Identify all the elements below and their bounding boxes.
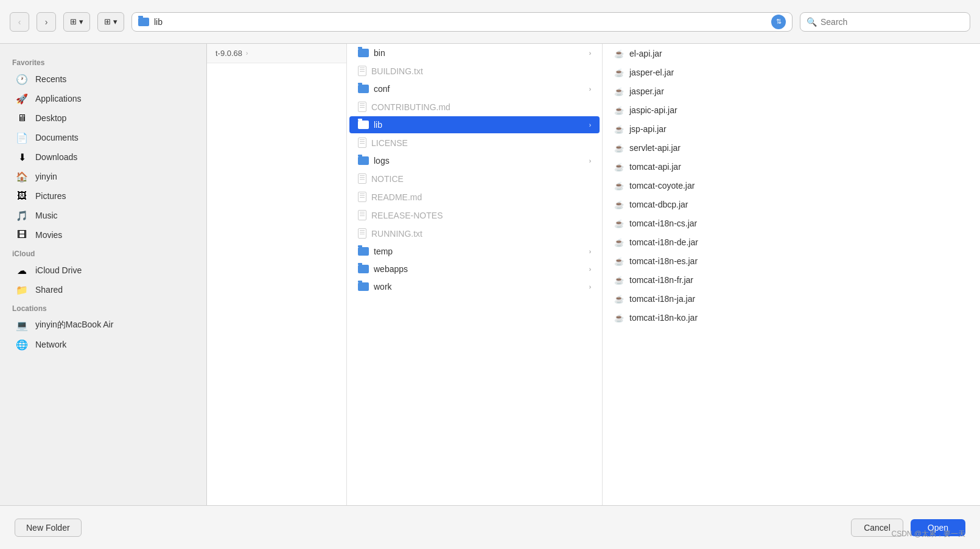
file-item-tomcat-i18n-cs[interactable]: ☕tomcat-i18n-cs.jar	[605, 214, 978, 233]
file-label-el-api: el-api.jar	[629, 49, 969, 58]
file-label-lib: lib	[374, 120, 584, 130]
sidebar-recents-label: Recents	[35, 74, 66, 84]
sidebar-item-shared[interactable]: 📁 Shared	[4, 280, 203, 299]
new-folder-button[interactable]: New Folder	[15, 519, 82, 537]
file-item-tomcat-api[interactable]: ☕tomcat-api.jar	[605, 158, 978, 176]
view-grid-button[interactable]: ⊞ ▾	[97, 12, 124, 32]
file-item-tomcat-i18n-de[interactable]: ☕tomcat-i18n-de.jar	[605, 233, 978, 251]
search-input[interactable]	[821, 17, 964, 27]
sidebar-item-network[interactable]: 🌐 Network	[4, 335, 203, 354]
file-item-conf[interactable]: conf ›	[349, 80, 600, 97]
sidebar-music-label: Music	[35, 211, 58, 220]
jar-icon-jasper: ☕	[614, 86, 625, 97]
location-arrows-button[interactable]: ⇅	[771, 15, 786, 29]
sidebar-item-pictures[interactable]: 🖼 Pictures	[4, 186, 203, 206]
file-item-tomcat-coyote[interactable]: ☕tomcat-coyote.jar	[605, 177, 978, 195]
sidebar-macbook-label: yinyin的MacBook Air	[35, 320, 113, 330]
chevron-logs: ›	[589, 158, 591, 164]
folder-icon-temp	[358, 247, 369, 256]
file-label-tomcat-i18n-es: tomcat-i18n-es.jar	[629, 256, 969, 266]
file-item-temp[interactable]: temp ›	[349, 243, 600, 260]
file-label-notice: NOTICE	[371, 174, 591, 184]
downloads-icon: ⬇	[16, 151, 28, 163]
file-item-tomcat-i18n-es[interactable]: ☕tomcat-i18n-es.jar	[605, 252, 978, 270]
file-item-jasper-el[interactable]: ☕jasper-el.jar	[605, 63, 978, 82]
sidebar-item-recents[interactable]: 🕐 Recents	[4, 69, 203, 89]
chevron-work: ›	[589, 284, 591, 290]
sidebar-item-icloud-drive[interactable]: ☁ iCloud Drive	[4, 261, 203, 280]
file-item-jsp-api[interactable]: ☕jsp-api.jar	[605, 120, 978, 138]
sidebar-yinyin-label: yinyin	[35, 172, 57, 181]
forward-button[interactable]: ›	[37, 12, 56, 32]
file-item-webapps[interactable]: webapps ›	[349, 261, 600, 278]
sidebar-item-documents[interactable]: 📄 Documents	[4, 128, 203, 147]
sidebar-item-music[interactable]: 🎵 Music	[4, 206, 203, 225]
recents-icon: 🕐	[16, 73, 28, 85]
file-label-temp: temp	[374, 247, 584, 256]
folder-icon-bin	[358, 49, 369, 57]
file-item-tomcat-i18n-fr[interactable]: ☕tomcat-i18n-fr.jar	[605, 271, 978, 289]
file-label-running: RUNNING.txt	[371, 229, 591, 239]
file-item-running[interactable]: RUNNING.txt	[349, 225, 600, 242]
location-bar[interactable]: lib ⇅	[131, 12, 793, 32]
sidebar-applications-label: Applications	[35, 94, 82, 103]
sidebar-item-yinyin[interactable]: 🏠 yinyin	[4, 167, 203, 186]
file-item-logs[interactable]: logs ›	[349, 152, 600, 169]
file-item-servlet-api[interactable]: ☕servlet-api.jar	[605, 139, 978, 157]
file-item-building[interactable]: BUILDING.txt	[349, 62, 600, 80]
file-label-tomcat-i18n-ko: tomcat-i18n-ko.jar	[629, 313, 969, 323]
jar-icon-tomcat-i18n-ko: ☕	[614, 312, 625, 323]
pictures-icon: 🖼	[16, 190, 28, 202]
file-item-tomcat-i18n-ja[interactable]: ☕tomcat-i18n-ja.jar	[605, 290, 978, 308]
chevron-temp: ›	[589, 248, 591, 255]
file-item-contributing[interactable]: CONTRIBUTING.md	[349, 98, 600, 116]
jar-icon-el-api: ☕	[614, 48, 625, 59]
shared-icon: 📁	[16, 284, 28, 296]
back-button[interactable]: ‹	[10, 12, 29, 32]
home-icon: 🏠	[16, 170, 28, 183]
sidebar-item-applications[interactable]: 🚀 Applications	[4, 89, 203, 108]
file-item-release-notes[interactable]: RELEASE-NOTES	[349, 206, 600, 224]
file-label-tomcat-i18n-ja: tomcat-i18n-ja.jar	[629, 294, 969, 304]
file-item-bin[interactable]: bin ›	[349, 44, 600, 61]
file-item-lib[interactable]: lib ›	[349, 116, 600, 133]
search-bar: 🔍	[800, 12, 970, 32]
jar-icon-servlet-api: ☕	[614, 142, 625, 153]
file-label-jaspic-api: jaspic-api.jar	[629, 105, 969, 115]
jar-icon-tomcat-i18n-de: ☕	[614, 237, 625, 248]
sidebar-item-macbook[interactable]: 💻 yinyin的MacBook Air	[4, 315, 203, 335]
file-item-license[interactable]: LICENSE	[349, 134, 600, 152]
folder-icon-lib	[358, 121, 369, 129]
folder-icon-work	[358, 282, 369, 291]
grid-icon: ⊞	[104, 17, 111, 26]
file-item-tomcat-dbcp[interactable]: ☕tomcat-dbcp.jar	[605, 195, 978, 214]
favorites-label: Favorites	[0, 54, 206, 69]
view-columns-button[interactable]: ⊞ ▾	[63, 12, 90, 32]
chevron-bin: ›	[589, 50, 591, 57]
sidebar-item-movies[interactable]: 🎞 Movies	[4, 225, 203, 245]
file-item-el-api[interactable]: ☕el-api.jar	[605, 44, 978, 63]
breadcrumb-text: t-9.0.68	[215, 49, 242, 58]
toolbar: ‹ › ⊞ ▾ ⊞ ▾ lib ⇅ 🔍	[0, 0, 980, 44]
file-item-jasper[interactable]: ☕jasper.jar	[605, 82, 978, 100]
file-item-work[interactable]: work ›	[349, 278, 600, 295]
file-label-tomcat-i18n-de: tomcat-i18n-de.jar	[629, 237, 969, 247]
file-item-jaspic-api[interactable]: ☕jaspic-api.jar	[605, 101, 978, 119]
file-label-tomcat-i18n-fr: tomcat-i18n-fr.jar	[629, 275, 969, 285]
bottom-bar: New Folder Cancel Open	[0, 505, 980, 549]
file-label-readme: README.md	[371, 192, 591, 202]
grid-chevron: ▾	[113, 17, 117, 26]
file-label-logs: logs	[374, 156, 584, 166]
macbook-icon: 💻	[16, 319, 28, 331]
file-label-contributing: CONTRIBUTING.md	[371, 102, 591, 112]
file-item-readme[interactable]: README.md	[349, 188, 600, 206]
sidebar-item-desktop[interactable]: 🖥 Desktop	[4, 108, 203, 128]
file-label-jsp-api: jsp-api.jar	[629, 124, 969, 134]
music-icon: 🎵	[16, 209, 28, 222]
sidebar-item-downloads[interactable]: ⬇ Downloads	[4, 147, 203, 167]
chevron-lib: ›	[589, 122, 591, 128]
file-item-tomcat-i18n-ko[interactable]: ☕tomcat-i18n-ko.jar	[605, 309, 978, 327]
network-icon: 🌐	[16, 338, 28, 351]
file-item-notice[interactable]: NOTICE	[349, 170, 600, 187]
jar-icon-tomcat-api: ☕	[614, 161, 625, 172]
